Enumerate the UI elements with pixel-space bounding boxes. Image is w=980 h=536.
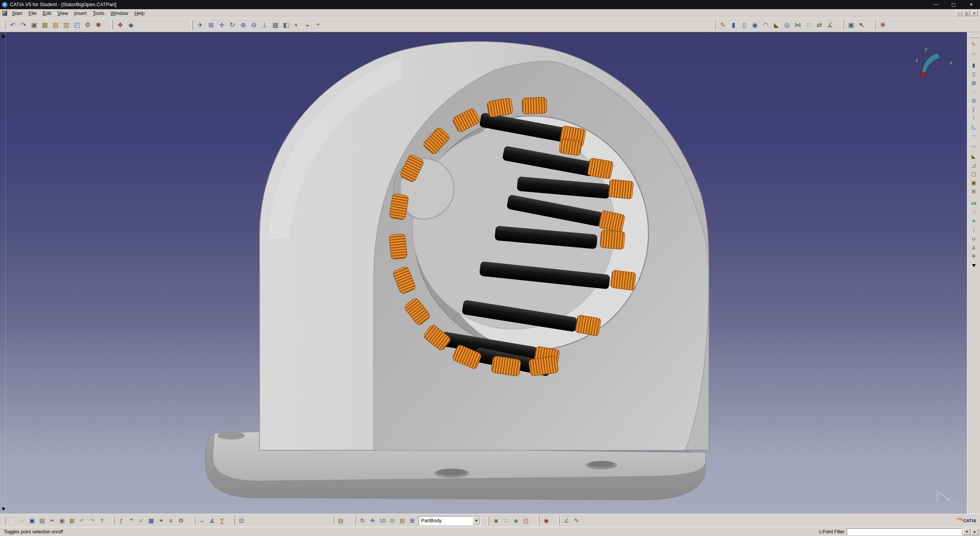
slot-icon[interactable]: ≀	[969, 113, 979, 122]
shell-icon[interactable]: ▢	[969, 169, 979, 178]
power-copy-icon[interactable]: ❖	[115, 20, 126, 30]
scale-icon[interactable]: ↕	[969, 225, 979, 234]
doc-close-button[interactable]: ✕	[971, 10, 978, 16]
toolbar-grip[interactable]	[488, 516, 489, 525]
undo-icon[interactable]: ↶	[77, 516, 87, 526]
zoom-out-icon[interactable]: ⊖	[248, 20, 259, 30]
generate-cgr-icon[interactable]: ◈	[511, 516, 521, 526]
library-icon[interactable]: ▥	[61, 20, 72, 30]
plane-icon[interactable]: ▱	[969, 49, 979, 57]
axis-system-icon[interactable]: ✛	[368, 516, 377, 526]
copy-icon[interactable]: ▣	[29, 20, 39, 30]
normal-view-icon[interactable]: ⊥	[259, 20, 270, 30]
axis-system-icon[interactable]: ✛	[969, 252, 979, 260]
insert-body-icon[interactable]: ⊞	[407, 516, 417, 526]
lock-icon[interactable]: ✦	[156, 516, 166, 526]
pocket-icon[interactable]: ▯	[969, 69, 979, 78]
thickness-icon[interactable]: ▣	[969, 178, 979, 187]
panel-toggle-button[interactable]: ▸	[971, 528, 978, 535]
knowledge-icon[interactable]: ⚙	[82, 20, 93, 30]
quick-select-icon[interactable]: ▣	[846, 20, 856, 30]
pad-icon[interactable]: ▮	[969, 60, 979, 69]
open-catalog-icon[interactable]: ◰	[72, 20, 82, 30]
hide-show-icon[interactable]: ◒	[302, 20, 313, 30]
redo-icon[interactable]: ↷	[87, 516, 97, 526]
fillet-icon[interactable]: ◠	[760, 20, 771, 30]
maximize-button[interactable]: ▢	[945, 0, 962, 9]
swap-visible-space-icon[interactable]: ◓	[313, 20, 323, 30]
power-input-toggle-button[interactable]: ▾	[963, 528, 970, 535]
sketch-tools-icon[interactable]: ✎	[572, 516, 581, 526]
circ-pattern-icon[interactable]: ✳	[969, 216, 979, 225]
new-document-icon[interactable]: ▯	[7, 516, 17, 526]
only-current-body-icon[interactable]: ⊙	[387, 516, 397, 526]
menu-window[interactable]: Window	[108, 10, 131, 17]
copy-icon[interactable]: ▣	[57, 516, 67, 526]
sketcher-icon[interactable]: ✎	[717, 20, 728, 30]
formula-icon[interactable]: ƒ	[116, 516, 126, 526]
paste-icon[interactable]: ▦	[39, 20, 50, 30]
toolbar-grip[interactable]	[354, 516, 356, 525]
menu-start[interactable]: Start	[9, 10, 25, 17]
print-icon[interactable]: ▤	[37, 516, 47, 526]
dropdown-arrow-icon[interactable]: ▼	[473, 517, 480, 525]
pocket-icon[interactable]: ▯	[739, 20, 750, 30]
chamfer-icon[interactable]: ◣	[969, 152, 979, 160]
undo-icon[interactable]: ↶	[7, 20, 18, 30]
stator-3d-model[interactable]	[0, 32, 967, 514]
user-workbench-icon[interactable]: ❋	[877, 20, 888, 30]
parameters-icon[interactable]: ⚙	[176, 516, 186, 526]
mass-properties-icon[interactable]: ∑	[217, 516, 227, 526]
stiffener-icon[interactable]: ◺	[969, 122, 979, 131]
hidden-toolbars-arrow-top[interactable]	[2, 34, 5, 38]
fit-all-in-icon[interactable]: ⊞	[206, 20, 216, 30]
toolbar-grip[interactable]	[191, 20, 193, 29]
boolean-icon[interactable]: ∪	[969, 234, 979, 243]
mirror-icon[interactable]: ⋈	[792, 20, 803, 30]
macros-icon[interactable]: ✱	[93, 20, 104, 30]
loft-icon[interactable]: ⌣	[969, 131, 979, 140]
catalog-icon[interactable]: ▤	[50, 20, 61, 30]
update-icon[interactable]: ↻	[358, 516, 368, 526]
zoom-in-icon[interactable]: ⊕	[238, 20, 248, 30]
rotate-icon[interactable]: ↻	[227, 20, 238, 30]
measure-icon[interactable]: ∡	[969, 243, 979, 252]
redo-icon[interactable]: ↷	[18, 20, 29, 30]
quick-view-icon[interactable]: ◧	[281, 20, 291, 30]
fly-mode-icon[interactable]: ✈	[195, 20, 206, 30]
mean-dimensions-icon[interactable]: 10	[377, 516, 387, 526]
pad-icon[interactable]: ▮	[728, 20, 739, 30]
toolbar-grip[interactable]	[4, 516, 5, 525]
sketcher-icon[interactable]: ✎	[969, 40, 979, 49]
groove-icon[interactable]: ◌	[969, 87, 979, 96]
menu-tools[interactable]: Tools	[90, 10, 107, 17]
doc-minimize-button[interactable]: —	[956, 10, 962, 16]
toolbar-grip[interactable]	[233, 516, 235, 525]
body-selector-combo[interactable]: PartBody ▼	[419, 516, 481, 525]
render-display-icon[interactable]: ⊡	[237, 516, 247, 526]
more-toolbars-arrow[interactable]	[972, 264, 976, 267]
apply-material-icon[interactable]: ◙	[491, 516, 501, 526]
doc-restore-button[interactable]: ◱	[963, 10, 970, 16]
rib-icon[interactable]: ∫	[969, 105, 979, 113]
menu-view[interactable]: View	[54, 10, 71, 17]
cut-icon[interactable]: ✂	[47, 516, 57, 526]
pattern-icon[interactable]: ∷	[803, 20, 814, 30]
whats-this-icon[interactable]: ?	[97, 516, 107, 526]
instantiate-icon[interactable]: ◆	[126, 20, 136, 30]
close-button[interactable]: ✕	[962, 0, 980, 9]
save-icon[interactable]: ▣	[27, 516, 37, 526]
tree-reorder-icon[interactable]: ∴	[501, 516, 511, 526]
hole-icon[interactable]: ◎	[782, 20, 792, 30]
toolbar-grip[interactable]	[842, 20, 844, 29]
toolbar-grip[interactable]	[714, 20, 715, 29]
measure-between-icon[interactable]: ↔	[197, 516, 207, 526]
measure-item-icon[interactable]: ∡	[207, 516, 217, 526]
toolbar-grip[interactable]	[558, 516, 560, 525]
menu-file[interactable]: File	[25, 10, 39, 17]
select-arrow-icon[interactable]: ↖	[856, 20, 867, 30]
chamfer-icon[interactable]: ◣	[771, 20, 782, 30]
menu-help[interactable]: Help	[131, 10, 148, 17]
catalog-browser-icon[interactable]: ▤	[336, 516, 346, 526]
measure-icon[interactable]: ∡	[825, 20, 835, 30]
